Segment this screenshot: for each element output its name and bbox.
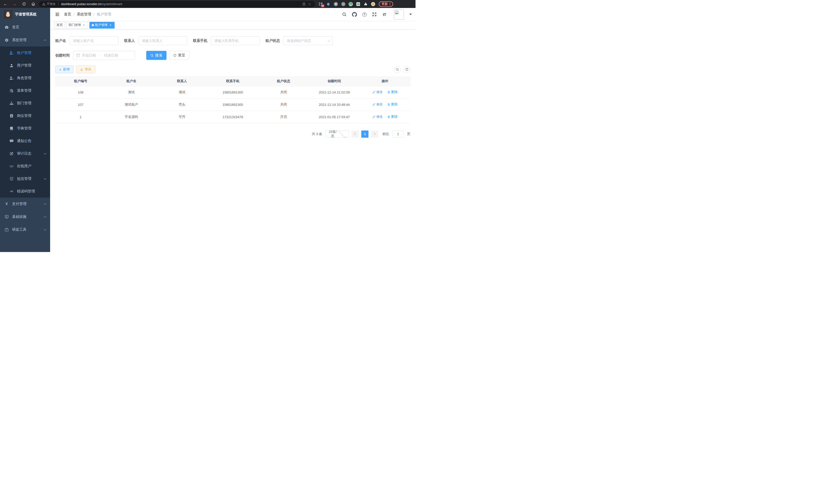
add-button[interactable]: + 新增 [55,65,74,73]
tags-view-bar: 首页 部门管理 × 租户管理 × [50,21,416,30]
tenant-table: 租户编号 租户名 联系人 联系手机 租户状态 创建时间 操作 108 测试 [55,76,410,123]
breadcrumb-system[interactable]: 系统管理 [77,12,91,17]
cell-status: 关闭 [258,86,309,98]
sidebar-item-label: 字典管理 [17,126,46,131]
sidebar-logo-row[interactable]: 芋道管理系统 [0,8,50,21]
cell-created: 2021-01-05 17:03:47 [309,111,360,123]
browser-window: ← → 不安全 dashboard.yudao.iocoder.cn/syste… [0,0,416,252]
page-number-1[interactable]: 1 [361,130,369,138]
tab-tenant[interactable]: 租户管理 × [89,22,115,29]
forward-icon[interactable]: → [11,1,18,7]
sidebar-item-home[interactable]: 首页 [0,21,50,34]
browser-menu-icon[interactable] [390,3,390,6]
sidebar-item-tenant[interactable]: 租户管理 [0,47,50,59]
sidebar-item-infrastructure[interactable]: 基础设施 [0,210,50,223]
sidebar-item-online-users[interactable]: 在线用户 [0,160,50,172]
toggle-search-icon[interactable] [394,66,401,73]
chevron-down-icon [44,177,47,180]
avatar-dropdown-caret-icon[interactable] [409,13,412,15]
tag-manager-extension-icon[interactable]: 10 [319,2,323,6]
code-icon: </> [9,190,13,192]
sidebar-item-payment[interactable]: ¥ 支付管理 [0,198,50,210]
field-label: 租户状态 [265,38,283,43]
plus-icon: + [59,67,61,71]
sidebar-item-label: 岗位管理 [17,114,46,118]
chevron-down-icon [44,202,47,205]
sidebar-item-menu[interactable]: 菜单管理 [0,84,50,97]
prev-page-button[interactable] [351,130,359,138]
close-icon[interactable]: × [82,23,86,27]
pin-extension-icon[interactable] [326,2,331,6]
page-size-select[interactable]: 10条/页 [325,130,349,138]
emoji-extension-icon[interactable] [371,2,375,6]
contact-input[interactable] [139,36,187,45]
home-icon[interactable] [30,1,36,7]
tenant-name-input[interactable] [69,36,118,45]
sidebar-item-sms[interactable]: 短信管理 [0,172,50,185]
pencil-icon [372,91,375,94]
sidebar-item-dict[interactable]: 字典管理 [0,122,50,135]
sidebar-item-role[interactable]: 角色管理 [0,72,50,84]
avatar[interactable] [394,9,404,20]
status-select[interactable]: 请选择租户状态 [283,36,333,45]
fullscreen-icon[interactable] [371,11,377,18]
chrome-update-button[interactable]: 更新 [379,1,393,7]
edit-link[interactable]: 修改 [372,90,382,94]
cell-mobile: 15601691300 [207,86,258,98]
start-date-placeholder: 开始日期 [82,53,96,58]
font-size-icon[interactable]: tT [381,11,388,18]
address-bar[interactable]: 不安全 dashboard.yudao.iocoder.cn/system/te… [39,1,315,7]
active-tab-dot [92,24,94,26]
search-button[interactable]: 搜索 [146,51,167,60]
next-page-button[interactable] [371,130,378,138]
reset-button[interactable]: 重置 [169,51,190,60]
recorder-extension-icon[interactable] [341,2,345,6]
filter-create-time: 创建时间 开始日期 - 结束日期 [55,51,135,60]
tab-home[interactable]: 首页 [54,22,65,29]
reload-icon[interactable] [21,1,27,7]
chat-extension-icon[interactable] [356,2,360,6]
table-header-row: 租户编号 租户名 联系人 联系手机 租户状态 创建时间 操作 [55,76,410,86]
delete-link[interactable]: 删除 [387,115,398,119]
delete-link[interactable]: 删除 [387,90,398,94]
sidebar-item-post[interactable]: 岗位管理 [0,110,50,122]
close-icon[interactable]: × [109,23,112,27]
sidebar-item-system[interactable]: 系统管理 [0,34,50,47]
bookmark-star-icon[interactable]: ☆ [307,1,312,7]
field-label: 创建时间 [55,53,73,58]
mobile-input[interactable] [211,36,260,45]
sidebar-item-audit-log[interactable]: 审计日志 [0,147,50,160]
github-icon[interactable] [351,11,357,18]
sidebar-item-dept[interactable]: 部门管理 [0,97,50,110]
export-button[interactable]: 导出 [76,65,95,73]
sidebar-item-user[interactable]: 用户管理 [0,59,50,72]
refresh-table-icon[interactable] [403,66,410,73]
search-icon[interactable] [341,11,347,18]
puzzle-extension-icon[interactable] [364,2,368,6]
field-label: 租户名 [55,38,69,43]
security-status[interactable]: 不安全 [42,2,56,6]
back-icon[interactable]: ← [2,1,9,7]
yudao-extension-icon[interactable]: y [349,2,353,6]
page-header: 首页 / 系统管理 / 租户管理 ? [50,8,416,21]
sidebar-item-notice[interactable]: 通知公告 [0,135,50,147]
edit-link[interactable]: 修改 [372,102,382,107]
help-icon[interactable]: ? [361,11,368,18]
delete-link[interactable]: 删除 [387,102,398,107]
command-extension-icon[interactable]: ⌘ [334,2,338,6]
collapse-sidebar-icon[interactable] [53,10,62,19]
tab-label: 首页 [57,23,63,27]
breadcrumb-home[interactable]: 首页 [64,12,71,17]
sidebar-menu: 首页 系统管理 租户管理 用户管理 [0,21,50,252]
edit-link[interactable]: 修改 [372,115,382,119]
cell-created: 2021-12-14 21:02:09 [309,86,360,98]
date-range-picker[interactable]: 开始日期 - 结束日期 [73,51,135,60]
sidebar-item-error-code[interactable]: </> 错误码管理 [0,185,50,198]
sidebar-item-dev-tools[interactable]: 研发工具 [0,223,50,236]
chevron-down-icon [44,152,47,154]
tab-dept[interactable]: 部门管理 × [66,22,88,29]
goto-page-input[interactable] [393,130,403,138]
users-icon [9,51,13,55]
share-icon[interactable] [301,1,307,7]
extensions-row: 10 ⌘ y [319,2,375,6]
